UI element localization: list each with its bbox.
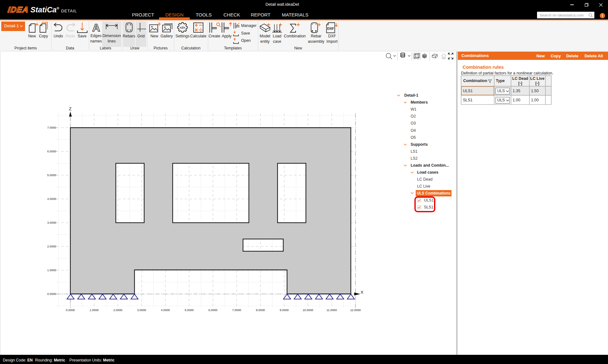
svg-text:2.0000: 2.0000 bbox=[47, 245, 56, 248]
svg-text:6.0000: 6.0000 bbox=[47, 150, 56, 153]
svg-text:3.0000: 3.0000 bbox=[137, 309, 146, 312]
svg-text:9.0000: 9.0000 bbox=[280, 309, 289, 312]
svg-text:5.0000: 5.0000 bbox=[185, 309, 194, 312]
svg-text:12.0000: 12.0000 bbox=[350, 309, 361, 312]
svg-text:7.0000: 7.0000 bbox=[232, 309, 241, 312]
svg-text:4.0000: 4.0000 bbox=[47, 197, 56, 201]
svg-text:6.0000: 6.0000 bbox=[208, 309, 217, 312]
svg-text:4.0000: 4.0000 bbox=[161, 309, 170, 312]
svg-text:Z: Z bbox=[69, 106, 72, 111]
svg-text:1.0000: 1.0000 bbox=[47, 269, 56, 272]
svg-text:0.0000: 0.0000 bbox=[47, 292, 56, 296]
svg-text:0.0000: 0.0000 bbox=[66, 309, 75, 312]
svg-text:11.0000: 11.0000 bbox=[327, 309, 337, 312]
svg-text:3.0000: 3.0000 bbox=[47, 221, 56, 224]
svg-text:5.0000: 5.0000 bbox=[47, 174, 56, 177]
svg-text:7.0000: 7.0000 bbox=[47, 126, 56, 129]
svg-text:10.0000: 10.0000 bbox=[303, 309, 313, 312]
svg-text:X: X bbox=[361, 290, 363, 295]
svg-text:1.0000: 1.0000 bbox=[90, 309, 99, 312]
svg-text:2.0000: 2.0000 bbox=[113, 309, 122, 312]
svg-text:8.0000: 8.0000 bbox=[256, 309, 265, 312]
